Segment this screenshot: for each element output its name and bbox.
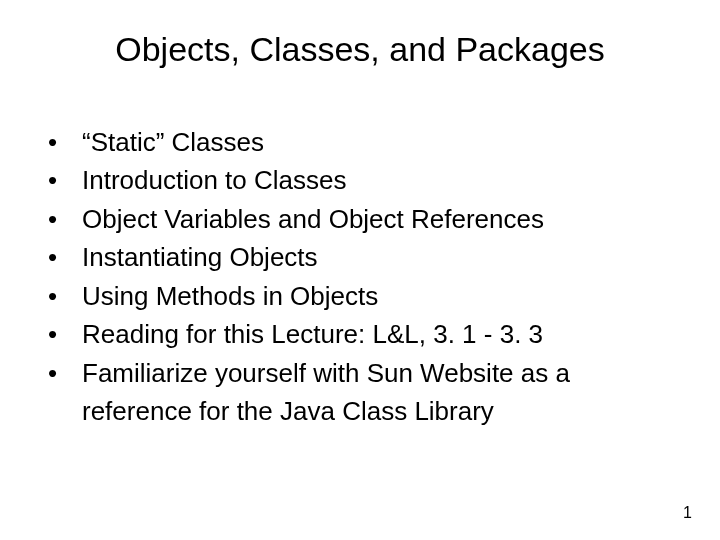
list-item: • Using Methods in Objects <box>48 277 680 315</box>
list-item: • Reading for this Lecture: L&L, 3. 1 - … <box>48 315 680 353</box>
bullet-icon: • <box>48 200 57 238</box>
list-item: • Familiarize yourself with Sun Website … <box>48 354 680 431</box>
bullet-text: Reading for this Lecture: L&L, 3. 1 - 3.… <box>82 319 543 349</box>
bullet-text: Using Methods in Objects <box>82 281 378 311</box>
bullet-icon: • <box>48 277 57 315</box>
list-item: • Introduction to Classes <box>48 161 680 199</box>
page-number: 1 <box>683 504 692 522</box>
bullet-icon: • <box>48 123 57 161</box>
bullet-text: Familiarize yourself with Sun Website as… <box>82 358 570 426</box>
bullet-text: Instantiating Objects <box>82 242 318 272</box>
list-item: • “Static” Classes <box>48 123 680 161</box>
bullet-list: • “Static” Classes • Introduction to Cla… <box>40 123 680 431</box>
list-item: • Instantiating Objects <box>48 238 680 276</box>
slide-title: Objects, Classes, and Packages <box>40 30 680 69</box>
bullet-text: Introduction to Classes <box>82 165 346 195</box>
bullet-icon: • <box>48 238 57 276</box>
bullet-icon: • <box>48 161 57 199</box>
list-item: • Object Variables and Object References <box>48 200 680 238</box>
bullet-text: “Static” Classes <box>82 127 264 157</box>
bullet-text: Object Variables and Object References <box>82 204 544 234</box>
bullet-icon: • <box>48 315 57 353</box>
slide: Objects, Classes, and Packages • “Static… <box>0 0 720 540</box>
bullet-icon: • <box>48 354 57 392</box>
